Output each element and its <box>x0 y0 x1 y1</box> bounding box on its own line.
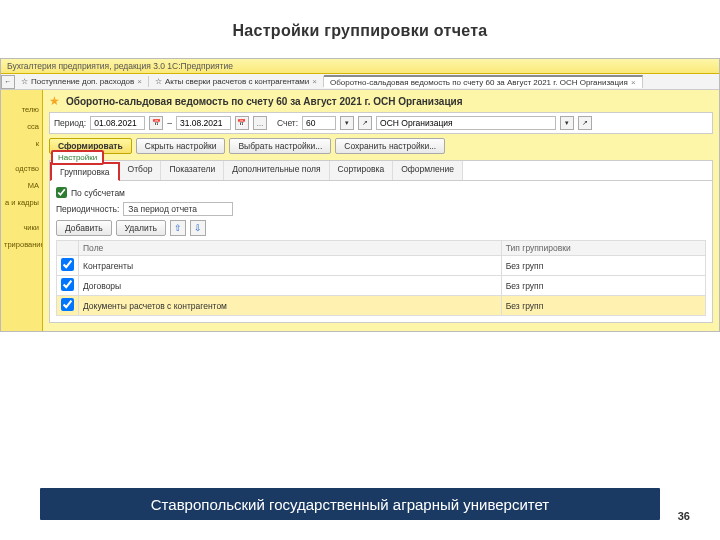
tab-appearance[interactable]: Оформление <box>393 161 463 180</box>
sidebar-item[interactable] <box>1 152 42 160</box>
sidebar-item[interactable]: к <box>1 135 42 152</box>
tab-3-label: Оборотно-сальдовая ведомость по счету 60… <box>330 78 628 87</box>
row-field: Контрагенты <box>79 256 502 276</box>
report-title: Оборотно-сальдовая ведомость по счету 60… <box>66 96 463 107</box>
choose-settings-button[interactable]: Выбрать настройки... <box>229 138 331 154</box>
table-row[interactable]: Договоры Без групп <box>57 276 706 296</box>
tab-3[interactable]: Оборотно-сальдовая ведомость по счету 60… <box>324 75 643 88</box>
open-icon[interactable]: ↗ <box>578 116 592 130</box>
date-from-input[interactable] <box>90 116 145 130</box>
account-input[interactable] <box>302 116 336 130</box>
star-icon: ☆ <box>21 77 28 86</box>
periodicity-select[interactable]: За период отчета <box>123 202 233 216</box>
tab-indicators[interactable]: Показатели <box>161 161 224 180</box>
account-label: Счет: <box>277 118 298 128</box>
dash: – <box>167 118 172 128</box>
sidebar-item[interactable]: чики <box>1 219 42 236</box>
sidebar-item[interactable]: сса <box>1 118 42 135</box>
tab-1[interactable]: ☆Поступление доп. расходов× <box>15 76 149 87</box>
row-field: Договоры <box>79 276 502 296</box>
hide-settings-button[interactable]: Скрыть настройки <box>136 138 226 154</box>
settings-body: По субсчетам Периодичность: За период от… <box>50 181 712 322</box>
tab-filter[interactable]: Отбор <box>120 161 162 180</box>
dropdown-icon[interactable]: ▾ <box>340 116 354 130</box>
settings-panel: Группировка Отбор Показатели Дополнитель… <box>49 160 713 323</box>
organization-input[interactable] <box>376 116 556 130</box>
by-subaccounts-checkbox[interactable] <box>56 187 67 198</box>
sidebar-item[interactable]: трирование <box>1 236 42 253</box>
titlebar: Бухгалтерия предприятия, редакция 3.0 1С… <box>1 59 719 74</box>
document-tabs: ← ☆Поступление доп. расходов× ☆Акты свер… <box>1 74 719 90</box>
row-checkbox[interactable] <box>61 278 74 291</box>
dropdown-icon[interactable]: ▾ <box>560 116 574 130</box>
sidebar-item[interactable] <box>1 211 42 219</box>
tab-sorting[interactable]: Сортировка <box>330 161 394 180</box>
close-icon[interactable]: × <box>631 78 636 87</box>
content: ★ Оборотно-сальдовая ведомость по счету … <box>43 90 719 331</box>
col-field-header: Поле <box>79 241 502 256</box>
period-picker-button[interactable]: … <box>253 116 267 130</box>
left-sidebar: телю сса к одство МА а и кадры чики трир… <box>1 90 43 331</box>
settings-panel-label: Настройки <box>51 150 104 165</box>
open-icon[interactable]: ↗ <box>358 116 372 130</box>
tab-2[interactable]: ☆Акты сверки расчетов с контрагентами× <box>149 76 324 87</box>
settings-tabs: Группировка Отбор Показатели Дополнитель… <box>50 161 712 181</box>
footer-band: Ставропольский государственный аграрный … <box>40 488 660 520</box>
col-type-header: Тип группировки <box>501 241 705 256</box>
table-row[interactable]: Документы расчетов с контрагентом Без гр… <box>57 296 706 316</box>
tab-1-label: Поступление доп. расходов <box>31 77 134 86</box>
row-checkbox[interactable] <box>61 298 74 311</box>
row-field: Документы расчетов с контрагентом <box>79 296 502 316</box>
by-subaccounts-label: По субсчетам <box>71 188 125 198</box>
row-type: Без групп <box>501 256 705 276</box>
row-checkbox[interactable] <box>61 258 74 271</box>
close-icon[interactable]: × <box>312 77 317 86</box>
period-label: Период: <box>54 118 86 128</box>
grouping-table: Поле Тип группировки Контрагенты Без гру… <box>56 240 706 316</box>
sidebar-item[interactable]: одство <box>1 160 42 177</box>
period-row: Период: 📅 – 📅 … Счет: ▾ ↗ ▾ ↗ <box>49 112 713 134</box>
app-window: Бухгалтерия предприятия, редакция 3.0 1С… <box>0 58 720 332</box>
page-number: 36 <box>678 510 690 522</box>
table-row[interactable]: Контрагенты Без групп <box>57 256 706 276</box>
calendar-icon[interactable]: 📅 <box>149 116 163 130</box>
star-icon: ☆ <box>155 77 162 86</box>
close-icon[interactable]: × <box>137 77 142 86</box>
delete-button[interactable]: Удалить <box>116 220 166 236</box>
periodicity-label: Периодичность: <box>56 204 119 214</box>
row-type: Без групп <box>501 296 705 316</box>
slide-title: Настройки группировки отчета <box>0 0 720 58</box>
tab-2-label: Акты сверки расчетов с контрагентами <box>165 77 309 86</box>
action-buttons: Сформировать Скрыть настройки Выбрать на… <box>49 138 713 154</box>
move-up-icon[interactable]: ⇧ <box>170 220 186 236</box>
sidebar-item[interactable]: МА <box>1 177 42 194</box>
row-type: Без групп <box>501 276 705 296</box>
save-settings-button[interactable]: Сохранить настройки... <box>335 138 445 154</box>
add-button[interactable]: Добавить <box>56 220 112 236</box>
sidebar-item[interactable] <box>1 93 42 101</box>
move-down-icon[interactable]: ⇩ <box>190 220 206 236</box>
star-icon[interactable]: ★ <box>49 94 60 108</box>
tab-extra-fields[interactable]: Дополнительные поля <box>224 161 329 180</box>
sidebar-item[interactable]: а и кадры <box>1 194 42 211</box>
date-to-input[interactable] <box>176 116 231 130</box>
tab-prev[interactable]: ← <box>1 75 15 89</box>
calendar-icon[interactable]: 📅 <box>235 116 249 130</box>
sidebar-item[interactable]: телю <box>1 101 42 118</box>
